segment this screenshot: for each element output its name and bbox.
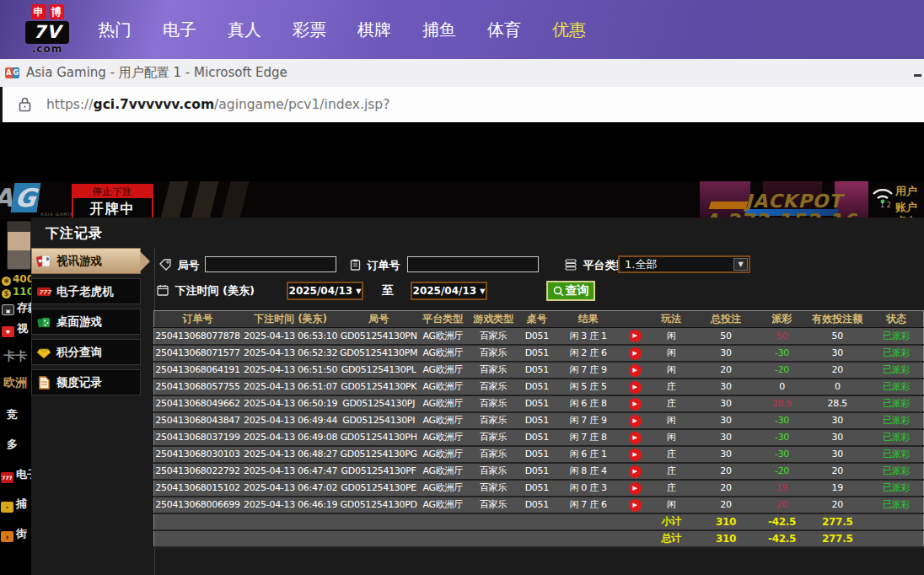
screen: 申 博 7V .com 热门 电子 真人 彩票 棋牌 捕鱼 体育 优惠 AG A…: [0, 0, 924, 575]
summary-cell: [340, 513, 417, 530]
cell-result: 闲 7 庄 6: [556, 497, 621, 513]
modal-title: 下注记录: [46, 225, 103, 243]
cell-game_no: GD051254130PL: [340, 362, 417, 379]
nav-item-live[interactable]: 真人: [228, 19, 261, 41]
lobby-item-europe[interactable]: 欧洲: [3, 375, 27, 390]
ag-lobby-logo: AG: [0, 183, 39, 212]
sidebar-video-games-frag[interactable]: ♥视: [2, 321, 28, 337]
play-video-icon[interactable]: ▶: [629, 347, 642, 360]
play-video-icon[interactable]: ▶: [629, 381, 642, 394]
lobby-item-duo[interactable]: 多: [7, 437, 18, 452]
sidebar-item-slot-machines[interactable]: 777 电子老虎机: [31, 278, 141, 304]
cell-total_bet: 30: [694, 429, 759, 446]
browser-urlbar[interactable]: https://gci.7vvvvvv.com/agingame/pcv1/in…: [0, 87, 924, 122]
sidebar-item-credit-records[interactable]: 额度记录: [31, 369, 141, 395]
cell-order_id: 250413068015102: [154, 480, 242, 497]
play-video-icon[interactable]: ▶: [629, 482, 642, 495]
cell-status: 已派彩: [869, 463, 924, 480]
column-header: 总投注: [694, 311, 759, 328]
summary-cell: [621, 513, 649, 530]
nav-item-promo[interactable]: 优惠: [552, 19, 586, 41]
cell-valid_bet: 20: [806, 463, 869, 480]
play-video-icon[interactable]: ▶: [629, 432, 642, 444]
nav-item-sports[interactable]: 体育: [487, 19, 521, 41]
sidebar-item-points-query[interactable]: 积分查询: [31, 339, 141, 365]
play-video-icon[interactable]: ▶: [629, 449, 642, 461]
nav-item-cards[interactable]: 棋牌: [357, 19, 391, 41]
cell-payout: -20: [759, 362, 806, 379]
cell-play_btn: ▶: [621, 395, 649, 412]
site-logo[interactable]: 申 博 7V .com: [25, 4, 69, 55]
nav-item-fishing[interactable]: 捕鱼: [422, 19, 456, 41]
cell-platform: AG欧洲厅: [417, 480, 468, 497]
cell-time: 2025-04-13 06:53:10: [241, 328, 340, 345]
playing-cards-icon: 9 ♥: [36, 254, 51, 269]
column-header: 桌号: [518, 311, 555, 328]
nav-item-slots[interactable]: 电子: [163, 19, 196, 41]
url-path: /agingame/pcv1/index.jsp?: [214, 97, 389, 112]
cell-table_no: D051: [518, 446, 555, 463]
play-video-icon[interactable]: ▶: [629, 465, 642, 478]
cell-result: 闲 8 庄 4: [556, 463, 621, 480]
search-icon: [553, 286, 564, 297]
chevron-down-icon: ▼: [733, 258, 748, 271]
summary-cell: [154, 513, 242, 530]
mini-number-column: 1 2: [880, 202, 891, 210]
site-nav-items: 热门 电子 真人 彩票 棋牌 捕鱼 体育 优惠: [98, 0, 586, 59]
chevron-down-icon: ▼: [480, 288, 485, 295]
play-video-icon[interactable]: ▶: [629, 364, 642, 377]
date-from-picker[interactable]: 2025/04/13 ▼: [287, 282, 363, 300]
cell-status: 已派彩: [869, 446, 924, 463]
bet-records-modal: 下注记录 9 ♥ 视讯游戏 777 电子老虎机: [31, 218, 924, 575]
cell-order_id: 250413068077878: [154, 328, 242, 345]
round-no-input[interactable]: [205, 256, 336, 272]
table-row: 2504130680151022025-04-13 06:47:02GD0512…: [154, 480, 924, 497]
lobby-item-fishing[interactable]: ✦捕: [1, 497, 27, 513]
summary-cell: [340, 530, 417, 547]
lobby-item-kk[interactable]: 卡卡: [3, 349, 27, 364]
play-video-icon[interactable]: ▶: [629, 415, 642, 427]
table-row: 2504130680227922025-04-13 06:47:47GD0512…: [154, 463, 924, 480]
sidebar-item-table-games[interactable]: 桌面游戏: [31, 309, 141, 335]
cell-time: 2025-04-13 06:47:47: [241, 463, 340, 480]
date-to-picker[interactable]: 2025/04/13 ▼: [411, 282, 487, 300]
play-video-icon[interactable]: ▶: [629, 398, 642, 411]
table-row: 2504130680066992025-04-13 06:46:19GD0512…: [154, 497, 924, 513]
user-label: 用户: [895, 183, 917, 199]
cell-valid_bet: 30: [806, 412, 869, 429]
cell-time: 2025-04-13 06:49:08: [241, 429, 340, 446]
nav-item-hot[interactable]: 热门: [98, 19, 132, 41]
logo-com: .com: [25, 44, 69, 55]
url-text[interactable]: https://gci.7vvvvvv.com/agingame/pcv1/in…: [46, 97, 389, 112]
cell-game_type: 百家乐: [468, 412, 518, 429]
cell-valid_bet: 20: [806, 362, 869, 379]
avatar[interactable]: [7, 221, 31, 270]
column-header: 游戏类型: [468, 311, 518, 328]
platform-type-select[interactable]: 1.全部 ▼: [618, 255, 750, 273]
cell-play_btn: ▶: [621, 463, 649, 480]
cell-status: 已派彩: [869, 379, 924, 395]
search-button[interactable]: 查询: [546, 281, 595, 301]
clipboard-icon: [350, 259, 361, 271]
column-header: 派彩: [759, 311, 806, 328]
summary-cell: [468, 530, 518, 547]
cell-total_bet: 30: [694, 395, 759, 412]
cell-game_type: 百家乐: [468, 395, 518, 412]
cell-total_bet: 20: [694, 463, 759, 480]
order-no-input[interactable]: [407, 256, 539, 272]
cell-game_no: GD051254130PM: [340, 345, 417, 362]
svg-text:9: 9: [46, 256, 50, 261]
cell-result: 闲 3 庄 1: [556, 328, 621, 345]
site-nav: 申 博 7V .com 热门 电子 真人 彩票 棋牌 捕鱼 体育 优惠: [0, 0, 924, 59]
nav-item-lottery[interactable]: 彩票: [293, 19, 326, 41]
sidebar-item-video-games[interactable]: 9 ♥ 视讯游戏: [31, 248, 141, 274]
play-video-icon[interactable]: ▶: [629, 330, 642, 342]
lobby-item-jing[interactable]: 竞: [7, 407, 18, 422]
url-scheme: https://: [46, 97, 94, 112]
play-video-icon[interactable]: ▶: [629, 499, 642, 512]
cell-play: 庄: [649, 379, 694, 395]
lobby-item-arcade[interactable]: ◗街: [1, 526, 27, 542]
chevron-down-icon: ▼: [356, 288, 361, 295]
column-header: 结果: [556, 311, 621, 328]
table-row: 2504130680496622025-04-13 06:50:19GD0512…: [154, 395, 924, 412]
